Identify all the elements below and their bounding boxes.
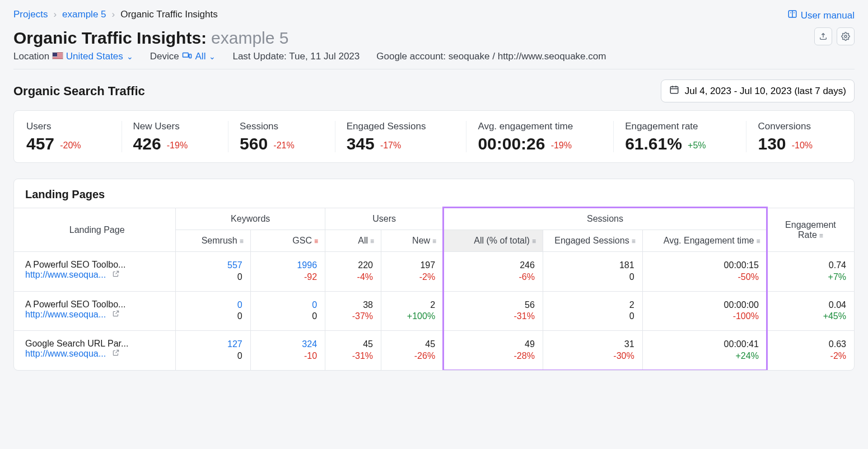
cell-value: 0 <box>259 300 317 311</box>
cell-value: 557 <box>184 260 242 272</box>
table-row: A Powerful SEO Toolbo... http://www.seoq… <box>14 252 854 292</box>
cell-delta: +24% <box>651 350 759 362</box>
cell-value: 0.63 <box>775 339 846 350</box>
stat-engagement-rate[interactable]: Engagement rate 61.61% +5% <box>625 121 746 152</box>
col-landing-page[interactable]: Landing Page <box>14 208 176 252</box>
col-avg-engagement[interactable]: Avg. Engagement time≡ <box>642 230 767 252</box>
devices-icon <box>182 51 192 62</box>
landing-page-url[interactable]: http://www.seoqua... <box>25 349 106 358</box>
stat-delta: -19% <box>551 141 572 150</box>
cell-delta: +7% <box>775 272 846 283</box>
cell-delta: -26% <box>389 350 435 362</box>
stat-value: 426 <box>133 135 161 152</box>
cell-value: 56 <box>451 300 535 311</box>
sort-icon: ≡ <box>756 237 760 245</box>
stat-delta: +5% <box>688 141 706 150</box>
stat-value: 00:00:26 <box>478 135 545 152</box>
cell-delta: -2% <box>775 350 846 362</box>
cell-delta: 0 <box>184 350 242 362</box>
table-row: A Powerful SEO Toolbo... http://www.seoq… <box>14 291 854 331</box>
stat-delta: -20% <box>60 141 81 150</box>
stat-users[interactable]: Users 457 -20% <box>26 121 122 152</box>
breadcrumb-root[interactable]: Projects <box>13 9 48 20</box>
cell-value: 181 <box>551 260 634 272</box>
stat-value: 560 <box>240 135 268 152</box>
cell-delta: -100% <box>651 311 759 322</box>
cell-delta: -10 <box>259 350 317 362</box>
cell-delta: -28% <box>451 350 535 362</box>
stat-engaged-sessions[interactable]: Engaged Sessions 345 -17% <box>347 121 467 152</box>
col-engaged-sessions[interactable]: Engaged Sessions≡ <box>543 230 642 252</box>
stat-delta: -17% <box>380 141 401 150</box>
cell-delta: -31% <box>333 350 373 362</box>
stat-label: Sessions <box>240 121 324 132</box>
landing-pages-card: Landing Pages Landing Page Keywords User… <box>13 179 855 371</box>
stat-new-users[interactable]: New Users 426 -19% <box>133 121 229 152</box>
svg-rect-7 <box>670 87 678 93</box>
sort-icon: ≡ <box>432 237 436 245</box>
cell-delta: -2% <box>389 272 435 283</box>
stats-card: Users 457 -20%New Users 426 -19%Sessions… <box>13 110 855 163</box>
col-users-all[interactable]: All≡ <box>325 230 381 252</box>
sort-icon: ≡ <box>632 237 636 245</box>
external-link-icon[interactable] <box>112 310 120 319</box>
breadcrumb-project[interactable]: example 5 <box>62 9 106 20</box>
cell-value: 246 <box>451 260 535 272</box>
stat-label: Avg. engagement time <box>478 121 602 132</box>
cell-delta: -92 <box>259 272 317 283</box>
col-semrush[interactable]: Semrush≡ <box>176 230 250 252</box>
sort-icon: ≡ <box>314 237 318 245</box>
cell-delta: +100% <box>389 311 435 322</box>
chevron-down-icon: ⌄ <box>127 52 133 61</box>
cell-value: 31 <box>551 339 634 350</box>
stat-conversions[interactable]: Conversions 130 -10% <box>758 121 842 152</box>
sort-icon: ≡ <box>532 237 536 245</box>
svg-point-4 <box>844 35 847 38</box>
landing-page-url[interactable]: http://www.seoqua... <box>25 310 106 319</box>
cell-delta: 0 <box>551 272 634 283</box>
sort-icon: ≡ <box>370 237 374 245</box>
date-range-picker[interactable]: Jul 4, 2023 - Jul 10, 2023 (last 7 days) <box>661 79 855 102</box>
cell-delta: 0 <box>184 272 242 283</box>
stat-delta: -19% <box>167 141 188 150</box>
svg-rect-6 <box>189 54 191 58</box>
export-button[interactable] <box>814 27 832 45</box>
stat-label: Users <box>26 121 110 132</box>
col-engagement-rate[interactable]: Engagement Rate≡ <box>767 208 854 252</box>
device-filter[interactable]: Device All ⌄ <box>150 51 216 62</box>
stat-avg-engagement-time[interactable]: Avg. engagement time 00:00:26 -19% <box>478 121 614 152</box>
location-filter[interactable]: Location United States ⌄ <box>13 51 133 62</box>
col-users-new[interactable]: New≡ <box>381 230 444 252</box>
stat-label: Engaged Sessions <box>347 121 455 132</box>
us-flag-icon <box>52 52 63 59</box>
cell-delta: -4% <box>333 272 373 283</box>
cell-value: 0 <box>184 300 242 311</box>
col-gsc[interactable]: GSC≡ <box>250 230 325 252</box>
col-sessions-all[interactable]: All (% of total)≡ <box>444 230 543 252</box>
external-link-icon[interactable] <box>112 270 120 279</box>
cell-delta: -37% <box>333 311 373 322</box>
cell-value: 220 <box>333 260 373 272</box>
landing-page-name[interactable]: Google Search URL Par... <box>25 339 167 349</box>
page-title: Organic Traffic Insights: example 5 <box>13 29 288 48</box>
cell-value: 45 <box>389 339 435 350</box>
landing-page-name[interactable]: A Powerful SEO Toolbo... <box>25 300 167 310</box>
cell-delta: -31% <box>451 311 535 322</box>
cell-value: 38 <box>333 300 373 311</box>
cell-delta: -30% <box>551 350 634 362</box>
user-manual-link[interactable]: User manual <box>787 9 855 22</box>
landing-page-name[interactable]: A Powerful SEO Toolbo... <box>25 260 167 270</box>
cell-value: 2 <box>389 300 435 311</box>
stat-delta: -21% <box>273 141 294 150</box>
stat-sessions[interactable]: Sessions 560 -21% <box>240 121 335 152</box>
settings-button[interactable] <box>837 27 855 45</box>
cell-value: 00:00:41 <box>651 339 759 350</box>
google-account-text: Google account: seoquake / http://www.se… <box>376 51 606 62</box>
external-link-icon[interactable] <box>112 349 120 358</box>
stat-label: New Users <box>133 121 217 132</box>
landing-page-url[interactable]: http://www.seoqua... <box>25 270 106 279</box>
col-group-sessions: Sessions <box>444 208 767 230</box>
col-group-keywords: Keywords <box>176 208 325 230</box>
sort-icon: ≡ <box>819 232 823 240</box>
svg-rect-5 <box>183 53 188 58</box>
